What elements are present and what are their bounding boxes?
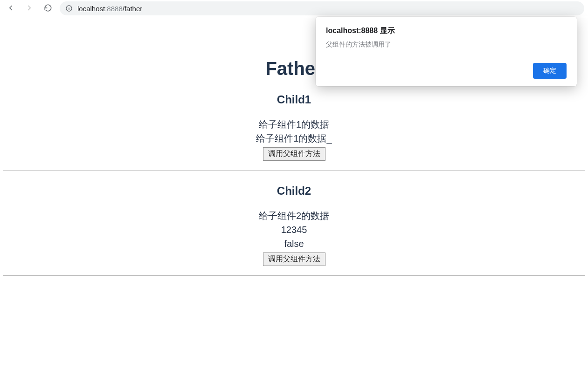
child1-data-line-2: 给子组件1的数据_ (0, 131, 588, 145)
child1-heading: Child1 (0, 93, 588, 106)
forward-button[interactable] (22, 1, 36, 15)
url-host: localhost (77, 5, 105, 13)
alert-message: 父组件的方法被调用了 (326, 41, 567, 49)
child2-heading: Child2 (0, 184, 588, 198)
url-path: /father (123, 5, 143, 13)
arrow-left-icon (7, 4, 15, 14)
child2-data-line-3: false (0, 237, 588, 251)
reload-button[interactable] (41, 1, 55, 15)
url-port: :8888 (105, 5, 123, 13)
alert-dialog: localhost:8888 显示 父组件的方法被调用了 确定 (316, 17, 577, 86)
page-content: Father Child1 给子组件1的数据 给子组件1的数据_ 调用父组件方法… (0, 58, 588, 276)
divider-1 (3, 170, 585, 171)
svg-point-3 (69, 7, 69, 7)
info-icon (65, 5, 73, 12)
child2-block: Child2 给子组件2的数据 12345 false 调用父组件方法 (0, 184, 588, 271)
child2-data-line-2: 12345 (0, 223, 588, 237)
browser-toolbar: localhost:8888/father (0, 0, 588, 17)
child1-data-line-1: 给子组件1的数据 (0, 117, 588, 131)
address-bar[interactable]: localhost:8888/father (60, 1, 584, 15)
back-button[interactable] (4, 1, 18, 15)
child2-call-parent-button[interactable]: 调用父组件方法 (263, 253, 325, 266)
alert-actions: 确定 (326, 63, 567, 79)
child1-call-parent-button[interactable]: 调用父组件方法 (263, 147, 325, 161)
child1-block: Child1 给子组件1的数据 给子组件1的数据_ 调用父组件方法 (0, 93, 588, 165)
url-text: localhost:8888/father (77, 5, 142, 13)
alert-title: localhost:8888 显示 (326, 26, 567, 36)
child2-data-line-1: 给子组件2的数据 (0, 209, 588, 223)
arrow-right-icon (25, 4, 34, 14)
reload-icon (44, 4, 52, 14)
alert-ok-button[interactable]: 确定 (533, 63, 567, 79)
divider-2 (3, 275, 585, 276)
